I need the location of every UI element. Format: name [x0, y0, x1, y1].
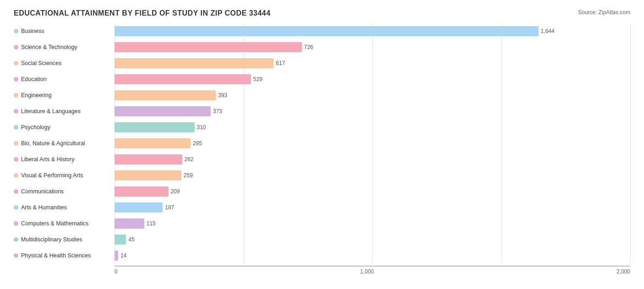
bar-row: Multidisciplinary Studies45 [14, 232, 630, 247]
bar-dot [14, 205, 18, 210]
bar-label-text: Multidisciplinary Studies [21, 236, 82, 243]
bar-container: 310 [115, 120, 630, 135]
bar-value-label: 310 [197, 124, 206, 131]
bar-label-text: Computers & Mathematics [21, 220, 88, 227]
bar-label-text: Physical & Health Sciences [21, 252, 91, 259]
source-label: Source: ZipAtlas.com [578, 9, 630, 16]
bar-fill: 529 [115, 74, 251, 84]
bar-label-text: Visual & Performing Arts [21, 172, 83, 179]
bar-dot [14, 253, 18, 258]
bar-value-label: 14 [120, 252, 126, 259]
bar-value-label: 45 [128, 236, 134, 243]
bar-label: Engineering [14, 92, 115, 98]
bar-label: Psychology [14, 124, 115, 131]
bar-label: Multidisciplinary Studies [14, 236, 115, 243]
bar-dot [14, 29, 18, 33]
bar-label-text: Liberal Arts & History [21, 156, 75, 163]
bar-container: 726 [115, 40, 630, 55]
bar-row: Physical & Health Sciences14 [14, 248, 630, 263]
bar-row: Education529 [14, 72, 630, 87]
bar-row: Engineering393 [14, 88, 630, 103]
bar-container: 393 [115, 88, 630, 103]
bar-fill: 726 [115, 42, 302, 52]
bar-label-text: Arts & Humanities [21, 204, 67, 211]
bar-fill: 209 [115, 186, 169, 196]
bar-label: Social Sciences [14, 60, 115, 66]
bar-value-label: 262 [185, 156, 194, 163]
bar-dot [14, 141, 18, 146]
bar-container: 45 [115, 232, 630, 247]
bar-value-label: 1,644 [541, 28, 555, 34]
bar-value-label: 393 [218, 92, 227, 98]
bar-dot [14, 93, 18, 98]
bar-fill: 1,644 [115, 26, 539, 36]
bar-label-text: Science & Technology [21, 44, 77, 50]
bar-container: 209 [115, 184, 630, 199]
bar-fill: 295 [115, 138, 191, 148]
bar-dot [14, 109, 18, 114]
bar-fill: 617 [115, 58, 273, 68]
bar-value-label: 115 [147, 220, 156, 227]
bar-fill: 259 [115, 170, 181, 180]
bar-fill: 45 [115, 234, 126, 245]
bar-label: Arts & Humanities [14, 204, 115, 211]
bar-dot [14, 125, 18, 130]
x-axis-tick-label: 0 [115, 268, 118, 275]
bar-label: Education [14, 76, 115, 82]
bar-container: 529 [115, 72, 630, 87]
bar-dot [14, 237, 18, 242]
chart-area: Business1,644Science & Technology726Soci… [14, 24, 630, 263]
bar-container: 187 [115, 200, 630, 215]
bar-label: Literature & Languages [14, 108, 115, 115]
bar-container: 1,644 [115, 24, 630, 38]
bar-row: Social Sciences617 [14, 56, 630, 71]
bar-value-label: 373 [213, 108, 222, 115]
bar-label: Liberal Arts & History [14, 156, 115, 163]
bar-fill: 115 [115, 218, 144, 229]
bar-fill: 187 [115, 202, 163, 213]
bar-container: 115 [115, 216, 630, 231]
bar-container: 262 [115, 152, 630, 167]
bar-label: Communications [14, 188, 115, 195]
bar-value-label: 295 [193, 140, 202, 147]
bar-label: Visual & Performing Arts [14, 172, 115, 179]
bar-fill: 393 [115, 90, 216, 100]
bar-container: 295 [115, 136, 630, 151]
chart-title: EDUCATIONAL ATTAINMENT BY FIELD OF STUDY… [14, 9, 271, 17]
bar-dot [14, 77, 18, 82]
bar-row: Psychology310 [14, 120, 630, 135]
bar-label-text: Education [21, 76, 47, 82]
bar-row: Business1,644 [14, 24, 630, 38]
bar-fill: 373 [115, 106, 211, 116]
bar-label-text: Bio, Nature & Agricultural [21, 140, 85, 147]
bar-value-label: 187 [165, 204, 174, 211]
bar-fill: 262 [115, 154, 182, 164]
bar-label: Physical & Health Sciences [14, 252, 115, 259]
bar-container: 373 [115, 104, 630, 119]
bar-dot [14, 173, 18, 178]
bar-row: Computers & Mathematics115 [14, 216, 630, 231]
bar-row: Liberal Arts & History262 [14, 152, 630, 167]
bar-value-label: 726 [304, 44, 313, 50]
bar-label: Bio, Nature & Agricultural [14, 140, 115, 147]
bar-dot [14, 61, 18, 65]
chart-container: EDUCATIONAL ATTAINMENT BY FIELD OF STUDY… [14, 9, 630, 275]
bar-label: Computers & Mathematics [14, 220, 115, 227]
bar-fill: 310 [115, 122, 195, 132]
x-axis: 01,0002,000 [115, 266, 630, 275]
bar-row: Arts & Humanities187 [14, 200, 630, 215]
x-axis-tick-label: 2,000 [617, 268, 630, 275]
bar-label: Science & Technology [14, 44, 115, 50]
bar-row: Science & Technology726 [14, 40, 630, 55]
x-axis-tick-label: 1,000 [360, 268, 374, 275]
bar-dot [14, 221, 18, 226]
bar-value-label: 209 [171, 188, 180, 195]
bar-dot [14, 189, 18, 194]
bar-value-label: 259 [184, 172, 193, 179]
bar-container: 617 [115, 56, 630, 71]
bar-label-text: Psychology [21, 124, 50, 131]
bar-row: Communications209 [14, 184, 630, 199]
bar-dot [14, 157, 18, 162]
bar-row: Visual & Performing Arts259 [14, 168, 630, 183]
bar-label-text: Business [21, 28, 44, 34]
